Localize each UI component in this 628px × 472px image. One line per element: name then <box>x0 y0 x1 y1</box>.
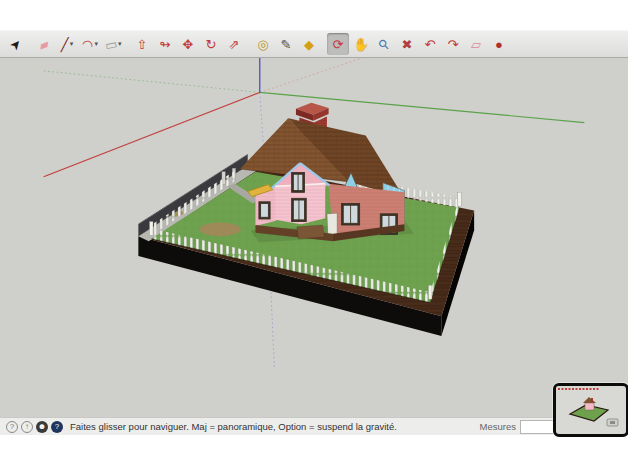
green-axis-dotted <box>44 71 260 93</box>
tool-rectangle[interactable]: ▭▾ <box>102 33 124 55</box>
orbit-icon: ⟳ <box>333 38 344 51</box>
thumb-button[interactable] <box>607 419 618 426</box>
tool-line[interactable]: ╱▾ <box>56 33 78 55</box>
tool-orbit[interactable]: ⟳ <box>327 33 349 55</box>
measures-label: Mesures <box>480 421 516 432</box>
fence-post-east <box>458 192 461 206</box>
preview-thumbnail <box>553 383 628 437</box>
tape-measure-icon: ◎ <box>257 38 268 51</box>
tool-scale[interactable]: ⇗ <box>223 33 245 55</box>
tower-window <box>292 198 307 221</box>
sketchup-window: ➤▰╱▾◠▾▭▾⇧↬✥↻⇗◎✎◆⟳✋⚲✖↶↷▱● <box>0 0 628 472</box>
tool-section-plane[interactable]: ▱ <box>465 33 487 55</box>
status-message: Faites glisser pour naviguer. Maj = pano… <box>70 421 397 432</box>
fence-post-west <box>150 222 153 236</box>
tool-rotate[interactable]: ↻ <box>200 33 222 55</box>
tool-previous-view[interactable]: ↶ <box>419 33 441 55</box>
geolocation-circle[interactable]: ↑ <box>21 421 33 433</box>
tool-pan[interactable]: ✋ <box>350 33 372 55</box>
fence-post-south <box>429 285 432 299</box>
dropdown-caret-icon[interactable]: ▾ <box>70 40 74 48</box>
paint-bucket-icon: ◆ <box>304 38 314 51</box>
red-axis <box>44 92 260 176</box>
tool-zoom-extents[interactable]: ✖ <box>396 33 418 55</box>
thumb-house <box>585 403 594 410</box>
thumbnail-scene <box>556 386 620 428</box>
left-window <box>259 202 270 219</box>
main-toolbar: ➤▰╱▾◠▾▭▾⇧↬✥↻⇗◎✎◆⟳✋⚲✖↶↷▱● <box>0 30 628 58</box>
push-pull-icon: ⇧ <box>137 38 148 51</box>
move-icon: ✥ <box>183 38 194 51</box>
previous-view-icon: ↶ <box>425 38 436 51</box>
arc-icon: ◠ <box>81 36 95 51</box>
tool-tape-measure[interactable]: ◎ <box>252 33 274 55</box>
tool-eraser[interactable]: ▰ <box>33 33 55 55</box>
dropdown-caret-icon[interactable]: ▾ <box>118 40 122 48</box>
section-plane-icon: ▱ <box>471 38 481 51</box>
next-view-icon: ↷ <box>448 38 459 51</box>
tool-text[interactable]: ✎ <box>275 33 297 55</box>
credits-circle[interactable]: ☻ <box>36 421 48 433</box>
text-icon: ✎ <box>281 38 292 51</box>
tool-push-pull[interactable]: ⇧ <box>131 33 153 55</box>
scene-canvas <box>0 58 628 417</box>
dirt-patch-large <box>199 222 240 236</box>
status-icons: ?↑☻? <box>6 420 66 433</box>
model-info-icon: ● <box>495 38 503 51</box>
pan-icon: ✋ <box>353 38 369 51</box>
follow-me-icon: ↬ <box>160 38 171 51</box>
rectangle-icon: ▭ <box>103 36 118 51</box>
tool-next-view[interactable]: ↷ <box>442 33 464 55</box>
thumb-chimney <box>591 398 593 402</box>
tool-follow-me[interactable]: ↬ <box>154 33 176 55</box>
tool-paint-bucket[interactable]: ◆ <box>298 33 320 55</box>
tool-zoom[interactable]: ⚲ <box>373 33 395 55</box>
bottom-margin <box>0 435 628 472</box>
tool-select[interactable]: ➤ <box>4 33 26 55</box>
right-window-1 <box>342 203 360 225</box>
top-margin <box>0 0 628 30</box>
model-viewport[interactable] <box>0 58 628 417</box>
front-steps <box>297 225 325 239</box>
tool-model-info[interactable]: ● <box>488 33 510 55</box>
red-axis-dotted <box>260 58 362 92</box>
zoom-extents-icon: ✖ <box>402 38 413 51</box>
help-circle[interactable]: ? <box>6 421 18 433</box>
line-icon: ╱ <box>61 38 69 51</box>
zoom-icon: ⚲ <box>376 36 392 52</box>
eraser-icon: ▰ <box>37 36 51 52</box>
gable-window <box>292 173 305 193</box>
select-icon: ➤ <box>7 36 24 53</box>
tool-arc[interactable]: ◠▾ <box>79 33 101 55</box>
tool-move[interactable]: ✥ <box>177 33 199 55</box>
blue-axis-dotted-lower <box>271 292 274 367</box>
front-door <box>327 213 337 236</box>
scale-icon: ⇗ <box>229 38 240 51</box>
status-bar: ?↑☻? Faites glisser pour naviguer. Maj =… <box>0 417 628 435</box>
instructor-circle[interactable]: ? <box>51 421 63 433</box>
blue-axis-dotted-upper <box>260 92 263 144</box>
rotate-icon: ↻ <box>206 38 217 51</box>
dropdown-caret-icon[interactable]: ▾ <box>94 40 98 48</box>
